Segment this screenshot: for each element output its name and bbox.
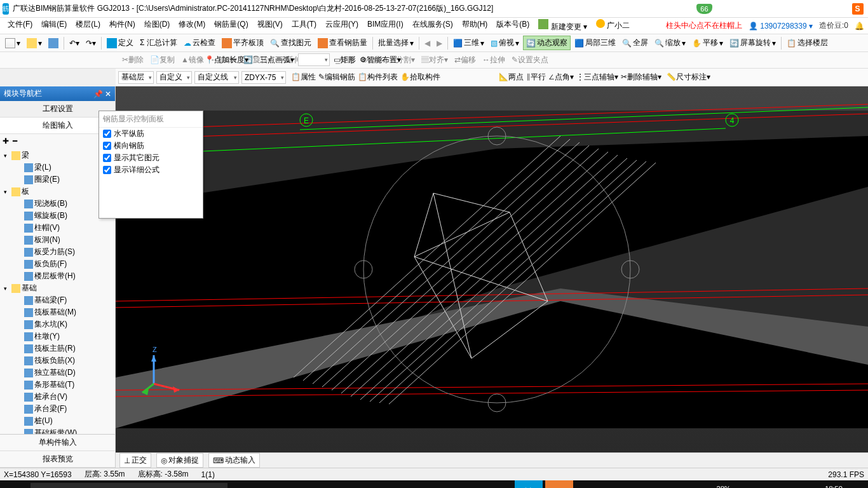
viewport[interactable]: E 4: [116, 86, 868, 452]
task-ggj[interactable]: 筋: [515, 480, 543, 488]
tree-liang-l[interactable]: 梁(L): [1, 161, 114, 173]
menu-draw[interactable]: 绘图(D): [140, 17, 174, 34]
rebar-display-panel[interactable]: 钢筋显示控制面板 水平纵筋 横向钢筋 显示其它图元 显示详细公式: [98, 111, 203, 219]
menu-tool[interactable]: 工具(T): [288, 17, 320, 34]
popup-item-2[interactable]: 横向钢筋: [99, 140, 203, 152]
task-ie[interactable]: e: [423, 480, 451, 488]
menu-member[interactable]: 构件(N): [105, 17, 139, 34]
menu-file[interactable]: 文件(F): [4, 17, 36, 34]
menu-floor[interactable]: 楼层(L): [72, 17, 104, 34]
sum-calc-button[interactable]: Σ 汇总计算: [137, 36, 180, 50]
tree-xianjiaoban[interactable]: 现浇板(B): [1, 198, 114, 210]
tree-quanliang[interactable]: 圈梁(E): [1, 173, 114, 186]
delete-button[interactable]: ✂删除: [119, 53, 146, 67]
tree-zhuang[interactable]: 桩(U): [1, 415, 114, 427]
tab-project-settings[interactable]: 工程设置: [0, 101, 115, 118]
dynamic-observe-button[interactable]: 🔄动态观察: [523, 36, 571, 50]
phone-label[interactable]: 👤 13907298339 ▾: [749, 22, 813, 30]
tree-fabanzhujin[interactable]: 筏板主筋(R): [1, 342, 114, 355]
tree-banshoulijin[interactable]: 板受力筋(S): [1, 246, 114, 258]
tree-zhudun[interactable]: 柱墩(Y): [1, 330, 114, 342]
menu-edit[interactable]: 编辑(E): [37, 17, 71, 34]
next-button[interactable]: ▶: [434, 37, 445, 49]
tree-jishuikeng[interactable]: 集水坑(K): [1, 318, 114, 330]
tree-jichubandai[interactable]: 基础板带(W): [1, 427, 114, 434]
tree-liang[interactable]: ▾梁: [1, 149, 114, 161]
bell-icon[interactable]: 🔔: [855, 22, 864, 30]
prev-button[interactable]: ◀: [422, 37, 433, 49]
fullscreen-button[interactable]: 🔍全屏: [620, 36, 651, 50]
pickup-button[interactable]: ✋拾取构件: [400, 72, 440, 83]
view-rebar-button[interactable]: 查看钢筋量: [315, 36, 370, 50]
user-label[interactable]: 广小二: [592, 17, 634, 34]
tree[interactable]: ▾梁 梁(L) 圈梁(E) ▾板 现浇板(B) 螺旋板(B) 柱帽(V) 板洞(…: [0, 148, 115, 434]
dim-button[interactable]: 📏尺寸标注▾: [667, 72, 710, 83]
tree-fabanjichu[interactable]: 筏板基础(M): [1, 306, 114, 318]
floor-combo[interactable]: 基础层: [118, 71, 154, 84]
rect-button[interactable]: ▭矩形: [334, 55, 356, 65]
zoom-button[interactable]: 🔍缩放▾: [652, 36, 688, 50]
tree-jichuliang[interactable]: 基础梁(F): [1, 294, 114, 306]
stretch-button[interactable]: ↔拉伸: [480, 53, 508, 67]
cpu-meter[interactable]: 28% CPU使用: [709, 485, 738, 489]
popup-item-4[interactable]: 显示详细公式: [99, 164, 203, 176]
tree-ban[interactable]: ▾板: [1, 186, 114, 198]
sogou-icon[interactable]: S: [852, 3, 864, 15]
pin-icon[interactable]: 📌: [93, 90, 103, 98]
ortho-toggle[interactable]: ⊥正交: [119, 453, 151, 468]
tree-luoxuanban[interactable]: 螺旋板(B): [1, 210, 114, 222]
local-3d-button[interactable]: 🟦局部三维: [572, 36, 618, 50]
start-button[interactable]: ⊞: [0, 480, 31, 488]
setgrip-button[interactable]: ✎设置夹点: [509, 53, 551, 67]
close-nav-icon[interactable]: ✕: [105, 90, 111, 98]
tree-tiaoxingjichu[interactable]: 条形基础(T): [1, 379, 114, 391]
menu-view[interactable]: 视图(V): [254, 17, 287, 34]
redo-button[interactable]: ↷▾: [83, 37, 98, 49]
task-q[interactable]: G: [454, 480, 482, 488]
save-button[interactable]: [46, 37, 61, 50]
menu-bim[interactable]: BIM应用(I): [363, 17, 407, 34]
three-pt-arc-button[interactable]: ⌒三点画弧▾: [252, 55, 294, 65]
parallel-button[interactable]: ‖平行: [526, 72, 546, 83]
define-button[interactable]: 定义: [104, 36, 136, 50]
taskbar-search[interactable]: ◯ 在这里输入你要搜索的内容: [31, 483, 227, 488]
menu-modify[interactable]: 修改(M): [175, 17, 209, 34]
category-combo[interactable]: 自定义: [156, 71, 192, 84]
batch-select-button[interactable]: 批量选择▾: [376, 36, 416, 50]
clock[interactable]: 18:50 2017/10/9: [811, 485, 843, 488]
tree-dulijichu[interactable]: 独立基础(D): [1, 367, 114, 379]
menu-version[interactable]: 版本号(B): [492, 17, 533, 34]
align-button[interactable]: ▤对齐▾: [419, 53, 451, 67]
tree-jichu[interactable]: ▾基础: [1, 282, 114, 294]
task-store[interactable]: 🛍: [362, 480, 390, 488]
task-app1[interactable]: ❇: [271, 480, 299, 488]
member-list-button[interactable]: 📋构件列表: [358, 72, 398, 83]
cloud-check-button[interactable]: ☁云检查: [181, 36, 218, 50]
tree-zhuangchengtai[interactable]: 桩承台(V): [1, 391, 114, 403]
tree-bandong[interactable]: 板洞(N): [1, 234, 114, 246]
tab-draw-input[interactable]: 绘图输入: [0, 118, 115, 134]
undo-button[interactable]: ↶▾: [67, 37, 82, 49]
task-edge[interactable]: e: [332, 480, 360, 488]
new-change-button[interactable]: 新建变更 ▾: [534, 17, 591, 34]
screen-rotate-button[interactable]: 🔄屏幕旋转▾: [727, 36, 778, 50]
popup-item-1[interactable]: 水平纵筋: [99, 128, 203, 140]
task-explorer[interactable]: 🗂: [393, 480, 421, 488]
point-angle-button[interactable]: ∠点角▾: [548, 72, 574, 83]
tab-single-member[interactable]: 单构件输入: [0, 435, 115, 451]
copy-button[interactable]: 📄复制: [147, 53, 177, 67]
tree-loucengbandai[interactable]: 楼层板带(H): [1, 270, 114, 282]
3d-button[interactable]: 🟦三维▾: [451, 36, 487, 50]
menu-help[interactable]: 帮助(H): [458, 17, 492, 34]
mirror-button[interactable]: ▲镜像: [179, 53, 207, 67]
dyn-input-toggle[interactable]: ⌨动态输入: [208, 453, 260, 468]
find-elem-button[interactable]: 🔍查找图元: [268, 36, 314, 50]
open-button[interactable]: ▾: [24, 37, 44, 50]
expand-all-icon[interactable]: ✚: [3, 137, 9, 146]
code-combo[interactable]: ZDYX-75: [241, 71, 286, 84]
tree-fabanfujin[interactable]: 筏板负筋(X): [1, 355, 114, 367]
menu-cloud[interactable]: 云应用(Y): [322, 17, 362, 34]
two-point-button[interactable]: 📐两点: [499, 72, 524, 83]
task-app3[interactable]: ◆: [484, 480, 512, 488]
pt-length-button[interactable]: 📍点加长度▾: [205, 55, 248, 65]
